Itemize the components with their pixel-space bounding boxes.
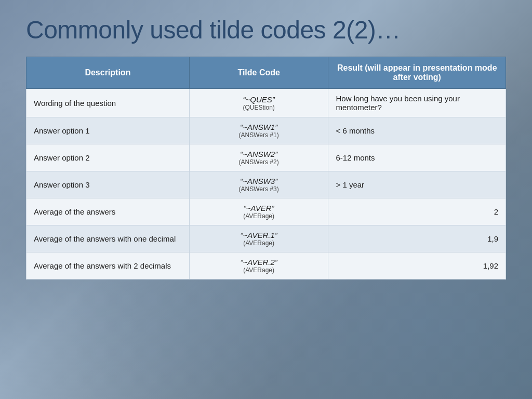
cell-result: 1,92	[328, 252, 506, 280]
main-content: Commonly used tilde codes 2(2)… Descript…	[0, 0, 532, 290]
table-row: Answer option 2“~ANSW2”(ANSWers #2)6-12 …	[26, 144, 506, 171]
tilde-code-main: “~ANSW3”	[240, 177, 277, 185]
table-row: Average of the answers with 2 decimals“~…	[26, 252, 506, 280]
cell-code: “~ANSW1”(ANSWers #1)	[189, 117, 328, 144]
tilde-code-sub: (AVERage)	[197, 212, 321, 220]
table-row: Answer option 1“~ANSW1”(ANSWers #1)< 6 m…	[26, 117, 506, 144]
tilde-codes-table: Description Tilde Code Result (will appe…	[26, 57, 506, 280]
cell-code: “~AVER.2”(AVERage)	[189, 252, 328, 280]
cell-code: “~ANSW2”(ANSWers #2)	[189, 144, 328, 171]
header-description: Description	[26, 57, 190, 89]
cell-result: > 1 year	[328, 171, 506, 198]
tilde-code-main: “~AVER.2”	[241, 258, 277, 267]
header-tilde-code: Tilde Code	[189, 57, 328, 89]
table-row: Answer option 3“~ANSW3”(ANSWers #3)> 1 y…	[26, 171, 506, 198]
tilde-code-sub: (ANSWers #3)	[197, 185, 321, 193]
page-title: Commonly used tilde codes 2(2)…	[26, 16, 506, 44]
cell-code: “~AVER”(AVERage)	[189, 198, 328, 225]
cell-result: 2	[328, 198, 506, 225]
tilde-code-main: “~ANSW2”	[240, 150, 277, 158]
cell-description: Average of the answers	[26, 198, 190, 225]
header-result: Result (will appear in presentation mode…	[328, 57, 506, 89]
cell-result: 1,9	[328, 225, 506, 252]
cell-description: Average of the answers with one decimal	[26, 225, 190, 252]
cell-result: 6-12 monts	[328, 144, 506, 171]
tilde-code-main: “~ANSW1”	[240, 123, 277, 131]
tilde-code-sub: (QUEStion)	[197, 104, 321, 111]
table-row: Wording of the question“~QUES”(QUEStion)…	[26, 89, 506, 117]
tilde-code-sub: (ANSWers #1)	[197, 131, 321, 139]
cell-result: < 6 months	[328, 117, 506, 144]
cell-description: Average of the answers with 2 decimals	[26, 252, 190, 280]
cell-code: “~AVER.1”(AVERage)	[189, 225, 328, 252]
cell-description: Answer option 3	[26, 171, 190, 198]
table-row: Average of the answers“~AVER”(AVERage)2	[26, 198, 506, 225]
tilde-code-sub: (ANSWers #2)	[197, 158, 321, 166]
tilde-code-sub: (AVERage)	[197, 240, 321, 247]
cell-result: How long have you been using your mentom…	[328, 89, 506, 117]
tilde-code-main: “~QUES”	[243, 95, 275, 104]
cell-code: “~ANSW3”(ANSWers #3)	[189, 171, 328, 198]
cell-description: Answer option 1	[26, 117, 190, 144]
cell-description: Wording of the question	[26, 89, 190, 117]
table-header-row: Description Tilde Code Result (will appe…	[26, 57, 506, 89]
table-row: Average of the answers with one decimal“…	[26, 225, 506, 252]
tilde-code-main: “~AVER”	[244, 204, 274, 212]
cell-code: “~QUES”(QUEStion)	[189, 89, 328, 117]
tilde-code-main: “~AVER.1”	[241, 231, 277, 240]
tilde-code-sub: (AVERage)	[197, 267, 321, 274]
cell-description: Answer option 2	[26, 144, 190, 171]
